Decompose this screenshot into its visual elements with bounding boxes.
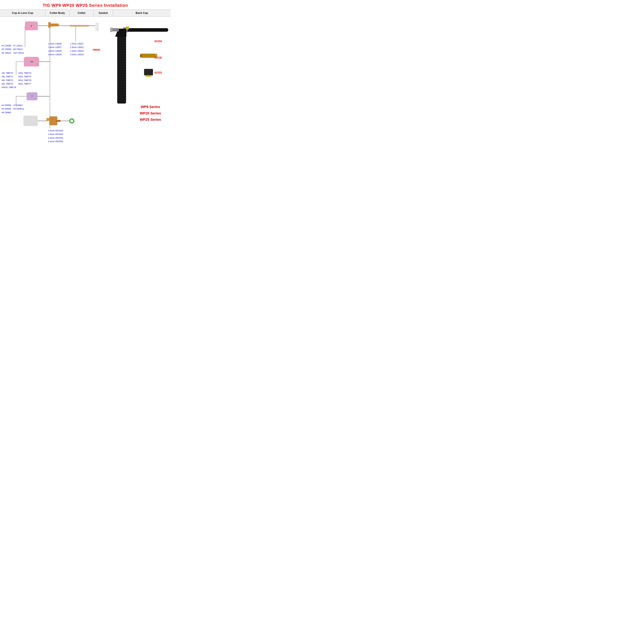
series-wp9: WP9 Series xyxy=(140,104,161,110)
svg-rect-30 xyxy=(126,27,129,29)
cup-top-col2: #7 13N11 #8 13N12 #10 13N13 xyxy=(13,44,24,55)
cup-medium-number: 19 xyxy=(30,60,33,63)
svg-rect-24 xyxy=(56,120,61,122)
svg-rect-29 xyxy=(110,28,112,32)
cup-small-number: 7 xyxy=(31,95,33,98)
svg-rect-20 xyxy=(48,22,51,28)
cup-small-col2: #7 53N61 #8 53N61S xyxy=(13,104,24,114)
cup-large: 9 xyxy=(25,21,38,30)
gasket-shape xyxy=(95,23,99,31)
series-wp25: WP25 Series xyxy=(140,116,161,123)
backcap-41v24-label: 41V24 xyxy=(154,40,162,43)
header-bar: Cup & Lens Cup Collet Body Collet Gasket… xyxy=(0,9,171,17)
svg-rect-75 xyxy=(140,54,142,57)
svg-rect-25 xyxy=(126,28,168,32)
svg-rect-82 xyxy=(146,75,151,77)
cup-large-number: 9 xyxy=(31,24,32,27)
header-cup: Cup & Lens Cup xyxy=(0,10,45,16)
backcap-41v33-label: 41V33 xyxy=(154,71,162,74)
series-wp20: WP20 Series xyxy=(140,110,161,117)
cup-medium: 19 xyxy=(24,57,39,66)
cup-top-col1: #4 13N08 #5 13N09 #6 13N10 xyxy=(2,44,11,55)
series-labels: WP9 Series WP20 Series WP25 Series xyxy=(140,104,161,123)
svg-rect-23 xyxy=(46,118,50,121)
svg-rect-21 xyxy=(57,24,59,25)
cup-small-col1: #4 53N58 #5 53N59 #6 53N60 xyxy=(2,104,11,114)
header-colletbody: Collet Body xyxy=(45,10,69,16)
collet-labels: 1.0mm 13N21 1.6mm 13N22 2.4mm 13N23 3.2m… xyxy=(70,42,84,56)
collet-body-bottom-labels: 1.0mm 45V42G 1.6mm 45V43G 2.4mm 45V44G 3… xyxy=(48,129,63,143)
cup-mid-col1: #3L 796F70 #4L 796F71 #5L 796F72 #6L 796… xyxy=(2,71,16,89)
page-title: TIG WP9 WP20 WP25 Series Installation xyxy=(0,0,171,9)
collet-rod xyxy=(70,25,89,27)
cup-small: 7 xyxy=(27,92,38,100)
collet-body-top-shape xyxy=(48,22,59,30)
header-gasket: Gasket xyxy=(93,10,113,16)
svg-rect-73 xyxy=(141,54,156,58)
gasket-label: 598882 xyxy=(93,48,100,52)
collet-body-bottom-shape xyxy=(46,116,61,126)
cup-labels-mid: #3L 796F70 #4L 796F71 #5L 796F72 #6L 796… xyxy=(2,71,31,89)
backcap-41v35-label: 41V35 xyxy=(154,56,162,59)
torch-assembly xyxy=(103,20,171,113)
oring-green xyxy=(69,118,74,123)
cup-labels-small: #4 53N58 #5 53N59 #6 53N60 #7 53N61 #8 5… xyxy=(2,104,24,114)
main-content: 9 19 7 #4 13N08 #5 13N09 #6 13N10 xyxy=(0,17,171,149)
header-backcap: Back Cap xyxy=(113,10,171,16)
cup-white xyxy=(23,116,38,126)
cup-labels-top: #4 13N08 #5 13N09 #6 13N10 #7 13N11 #8 1… xyxy=(2,44,24,55)
cup-mid-col2: #3XL 796F74 #4XL 796F75 #5XL 796F76 #6XL… xyxy=(18,71,31,89)
collet-body-labels: 1.0mm 13N26 1.6mm 13N27 2.4mm 13N28 3.2m… xyxy=(48,42,62,56)
header-collet: Collet xyxy=(69,10,93,16)
